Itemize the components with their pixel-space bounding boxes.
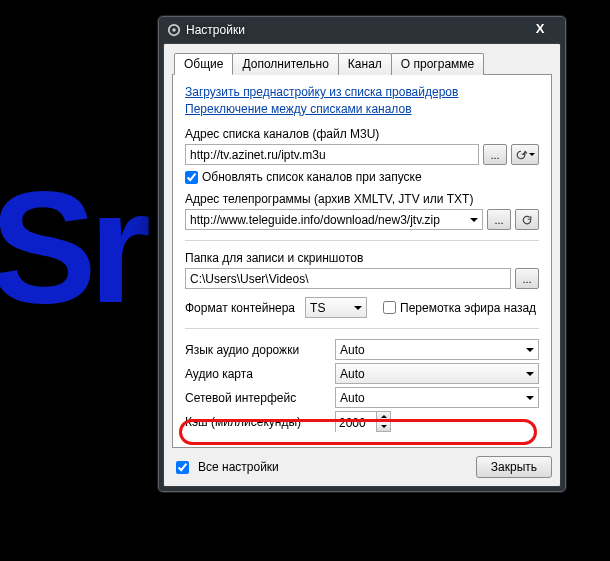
close-dialog-button[interactable]: Закрыть — [476, 456, 552, 478]
network-interface-select[interactable]: Auto — [335, 387, 539, 408]
network-interface-label: Сетевой интерфейс — [185, 391, 335, 405]
audio-track-select[interactable]: Auto — [335, 339, 539, 360]
container-format-label: Формат контейнера — [185, 301, 295, 315]
chevron-down-icon — [526, 396, 534, 400]
container-format-value: TS — [310, 301, 325, 315]
client-area: Общие Дополнительно Канал О программе За… — [163, 43, 561, 487]
epg-refresh-button[interactable] — [515, 209, 539, 230]
refresh-icon — [521, 214, 533, 226]
folder-label: Папка для записи и скриншотов — [185, 251, 539, 265]
epg-url-label: Адрес телепрограммы (архив XMLTV, JTV ил… — [185, 192, 539, 206]
tab-panel: Загрузить преднастройку из списка провай… — [172, 74, 552, 448]
update-on-start-label: Обновлять список каналов при запуске — [202, 170, 422, 184]
close-button[interactable]: X — [523, 22, 557, 38]
cache-input[interactable] — [336, 412, 376, 433]
tab-strip: Общие Дополнительно Канал О программе — [172, 53, 552, 75]
audio-card-select[interactable]: Auto — [335, 363, 539, 384]
audio-card-value: Auto — [340, 367, 365, 381]
settings-window: Настройки X Общие Дополнительно Канал О … — [157, 15, 567, 493]
channels-refresh-button[interactable] — [511, 144, 539, 165]
chevron-down-icon — [470, 218, 478, 222]
cache-spin-up[interactable] — [377, 412, 390, 422]
gear-icon — [167, 23, 181, 37]
all-settings-checkbox[interactable] — [176, 461, 189, 474]
chevron-down-icon — [526, 372, 534, 376]
channels-browse-button[interactable]: ... — [483, 144, 507, 165]
epg-url-combo[interactable]: http://www.teleguide.info/download/new3/… — [185, 209, 483, 230]
footer: Все настройки Закрыть — [172, 456, 552, 478]
cache-label: Кэш (миллисекунды) — [185, 415, 335, 429]
epg-browse-button[interactable]: ... — [487, 209, 511, 230]
link-switch-lists[interactable]: Переключение между списками каналов — [185, 102, 412, 116]
tab-general[interactable]: Общие — [174, 53, 233, 75]
all-settings-label: Все настройки — [198, 460, 279, 474]
channels-url-label: Адрес списка каналов (файл M3U) — [185, 127, 539, 141]
background-watermark: Sr — [0, 155, 143, 339]
rewind-label: Перемотка эфира назад — [400, 301, 536, 315]
folder-browse-button[interactable]: ... — [515, 268, 539, 289]
folder-input[interactable] — [185, 268, 511, 289]
svg-point-1 — [172, 28, 176, 32]
tab-about[interactable]: О программе — [391, 53, 484, 75]
audio-track-label: Язык аудио дорожки — [185, 343, 335, 357]
window-title: Настройки — [186, 23, 523, 37]
cache-spin-down[interactable] — [377, 422, 390, 431]
rewind-checkbox[interactable] — [383, 301, 396, 314]
refresh-icon — [515, 149, 527, 161]
chevron-down-icon — [354, 306, 362, 310]
epg-url-value: http://www.teleguide.info/download/new3/… — [190, 213, 440, 227]
container-format-select[interactable]: TS — [305, 297, 367, 318]
network-interface-value: Auto — [340, 391, 365, 405]
chevron-down-icon — [526, 348, 534, 352]
channels-url-input[interactable] — [185, 144, 479, 165]
tab-advanced[interactable]: Дополнительно — [232, 53, 338, 75]
tab-channel[interactable]: Канал — [338, 53, 392, 75]
cache-spinner[interactable] — [335, 411, 391, 432]
update-on-start-checkbox[interactable] — [185, 171, 198, 184]
audio-card-label: Аудио карта — [185, 367, 335, 381]
link-load-preset[interactable]: Загрузить преднастройку из списка провай… — [185, 85, 458, 99]
audio-track-value: Auto — [340, 343, 365, 357]
titlebar: Настройки X — [163, 21, 561, 43]
